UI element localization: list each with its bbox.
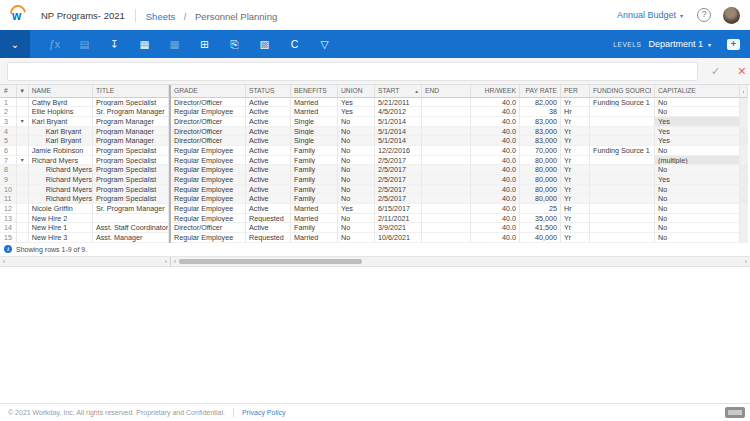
cell-status[interactable]: Active [246, 223, 291, 233]
cell-payrate[interactable]: 40,000 [520, 233, 561, 243]
cell-end[interactable] [422, 156, 471, 166]
cell-union[interactable]: Yes [338, 98, 375, 108]
cell-payrate[interactable]: 83,000 [520, 136, 561, 146]
cell-benefits[interactable]: Family [291, 165, 338, 175]
cell-title[interactable]: Sr. Program Manager [93, 107, 169, 117]
cell-funding[interactable] [590, 214, 655, 224]
cell-benefits[interactable]: Married [291, 107, 338, 117]
row-expander-icon[interactable]: ▾ [17, 117, 29, 127]
cell-extra[interactable] [740, 223, 748, 233]
cell-num[interactable]: 1 [0, 98, 17, 108]
cell-name[interactable]: Ellie Hopkins [29, 107, 93, 117]
cell-funding[interactable] [590, 185, 655, 195]
cell-title[interactable]: Asst. Staff Coordinator [93, 223, 169, 233]
header-status[interactable]: STATUS [246, 85, 291, 98]
cell-title[interactable]: Program Specialist [93, 194, 169, 204]
cell-end[interactable] [422, 127, 471, 137]
header-num[interactable]: # [0, 85, 17, 98]
cell-extra[interactable] [740, 175, 748, 185]
cell-extra[interactable] [740, 127, 748, 137]
cell-end[interactable] [422, 136, 471, 146]
cell-name[interactable]: Jamie Robinson [29, 146, 93, 156]
cell-status[interactable]: Active [246, 194, 291, 204]
cell-start[interactable]: 2/11/2021 [375, 214, 422, 224]
cell-grade[interactable]: Director/Officer [171, 98, 246, 108]
cell-num[interactable]: 11 [0, 194, 17, 204]
cell-title[interactable]: Program Specialist [93, 185, 169, 195]
filter-icon[interactable]: ▽ [316, 38, 333, 50]
cell-benefits[interactable]: Single [291, 136, 338, 146]
cell-exp[interactable] [17, 127, 29, 137]
cell-funding[interactable] [590, 194, 655, 204]
cell-exp[interactable] [17, 146, 29, 156]
cell-hrweek[interactable]: 40.0 [471, 98, 520, 108]
cell-per[interactable]: Yr [561, 223, 590, 233]
cell-capitalize[interactable]: (multiple) [655, 156, 740, 166]
header-funding[interactable]: FUNDING SOURCE [590, 85, 655, 98]
cell-funding[interactable] [590, 156, 655, 166]
cell-title[interactable]: Program Manager [93, 127, 169, 137]
cell-start[interactable]: 5/1/2014 [375, 136, 422, 146]
cell-hrweek[interactable]: 40.0 [471, 127, 520, 137]
cell-end[interactable] [422, 214, 471, 224]
cell-start[interactable]: 3/9/2021 [375, 223, 422, 233]
cell-union[interactable]: No [338, 233, 375, 243]
cell-name[interactable]: Karl Bryant [29, 136, 93, 146]
cell-union[interactable]: Yes [338, 107, 375, 117]
cell-funding[interactable] [590, 223, 655, 233]
cell-grade[interactable]: Director/Officer [171, 223, 246, 233]
header-capitalize[interactable]: CAPITALIZE [655, 85, 740, 98]
cell-exp[interactable] [17, 136, 29, 146]
cell-status[interactable]: Active [246, 136, 291, 146]
level-caret-icon[interactable]: ▾ [708, 41, 711, 48]
row-expander-icon[interactable]: ▾ [17, 156, 29, 166]
level-selector[interactable]: Department 1 [648, 39, 703, 49]
cell-num[interactable]: 12 [0, 204, 17, 214]
cell-funding[interactable] [590, 233, 655, 243]
cell-title[interactable]: Program Specialist [93, 98, 169, 108]
cell-hrweek[interactable]: 40.0 [471, 136, 520, 146]
cell-union[interactable]: No [338, 136, 375, 146]
cell-per[interactable]: Yr [561, 98, 590, 108]
header-payrate[interactable]: PAY RATE [520, 85, 561, 98]
formula-input[interactable] [7, 62, 698, 81]
cell-payrate[interactable]: 82,000 [520, 98, 561, 108]
cell-per[interactable]: Yr [561, 185, 590, 195]
cell-payrate[interactable]: 70,000 [520, 146, 561, 156]
cell-num[interactable]: 2 [0, 107, 17, 117]
workday-logo-icon[interactable]: w [9, 5, 29, 25]
cell-capitalize[interactable]: No [655, 185, 740, 195]
header-name[interactable]: NAME [29, 85, 93, 98]
copy-sheet-icon[interactable]: ⎘ [226, 38, 243, 51]
cell-payrate[interactable]: 41,500 [520, 223, 561, 233]
cell-start[interactable]: 4/5/2012 [375, 107, 422, 117]
scroll-left-icon[interactable]: ‹ [3, 257, 5, 266]
cell-grade[interactable]: Regular Employee [171, 165, 246, 175]
cell-end[interactable] [422, 107, 471, 117]
cell-hrweek[interactable]: 40.0 [471, 175, 520, 185]
cell-extra[interactable] [740, 204, 748, 214]
cell-num[interactable]: 14 [0, 223, 17, 233]
cell-capitalize[interactable]: Yes [655, 175, 740, 185]
cell-name[interactable]: New Hire 2 [29, 214, 93, 224]
cell-exp[interactable] [17, 185, 29, 195]
cell-start[interactable]: 2/5/2017 [375, 165, 422, 175]
cell-title[interactable]: Program Specialist [93, 156, 169, 166]
cell-benefits[interactable]: Single [291, 127, 338, 137]
cell-name[interactable]: Richard Myers [29, 194, 93, 204]
refresh-icon[interactable]: C [286, 38, 303, 50]
cell-per[interactable]: Yr [561, 214, 590, 224]
cell-title[interactable]: Program Manager [93, 117, 169, 127]
cell-status[interactable]: Active [246, 98, 291, 108]
cell-capitalize[interactable]: No [655, 98, 740, 108]
scroll-right-icon[interactable]: › [745, 257, 747, 266]
scroll-right-icon[interactable]: › [165, 257, 167, 266]
cell-start[interactable]: 2/5/2017 [375, 156, 422, 166]
cell-grade[interactable]: Regular Employee [171, 175, 246, 185]
cell-exp[interactable] [17, 233, 29, 243]
cell-benefits[interactable]: Single [291, 117, 338, 127]
cell-payrate[interactable]: 80,000 [520, 156, 561, 166]
cell-funding[interactable] [590, 117, 655, 127]
right-pane-scrollbar[interactable]: ‹ › [171, 257, 750, 266]
cell-capitalize[interactable]: Yes [655, 136, 740, 146]
